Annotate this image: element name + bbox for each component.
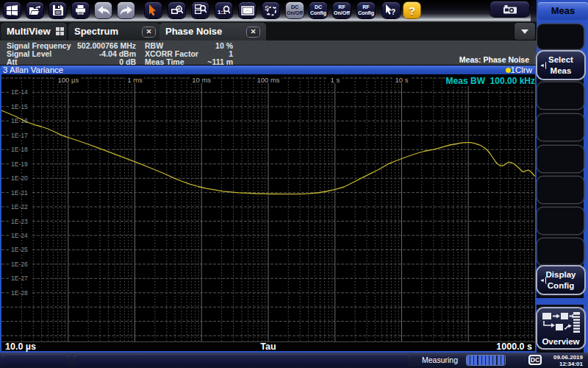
svg-text:100 ms: 100 ms <box>257 76 279 84</box>
svg-text:S: S <box>265 4 269 12</box>
svg-text:1:1: 1:1 <box>218 9 226 15</box>
svg-text:1E-24: 1E-24 <box>11 232 28 239</box>
svg-text:1E-27: 1E-27 <box>11 275 28 282</box>
svg-text:1 ms: 1 ms <box>127 76 143 84</box>
svg-text:1E-22: 1E-22 <box>11 203 28 210</box>
svg-text:1E-19: 1E-19 <box>11 160 28 168</box>
svg-text:100 µs: 100 µs <box>57 76 79 84</box>
svg-text:1E-25: 1E-25 <box>11 246 28 253</box>
svg-text:10 ms: 10 ms <box>192 76 211 84</box>
svg-text:?: ? <box>391 8 395 16</box>
svg-text:1E-26: 1E-26 <box>11 261 28 268</box>
svg-text:1E-14: 1E-14 <box>11 88 28 96</box>
svg-text:Meas BW 100.00 kHz: Meas BW 100.00 kHz <box>446 76 535 86</box>
svg-text:1E-18: 1E-18 <box>11 146 28 153</box>
svg-text:1E-28: 1E-28 <box>11 289 28 297</box>
svg-text:1E-23: 1E-23 <box>11 218 28 225</box>
svg-text:1E-15: 1E-15 <box>11 103 28 110</box>
svg-text:1E-20: 1E-20 <box>11 174 28 182</box>
svg-text:1E-21: 1E-21 <box>11 189 28 197</box>
svg-text:10 s: 10 s <box>395 76 409 84</box>
svg-text:1E-17: 1E-17 <box>11 132 28 139</box>
svg-text:1 s: 1 s <box>330 76 340 84</box>
